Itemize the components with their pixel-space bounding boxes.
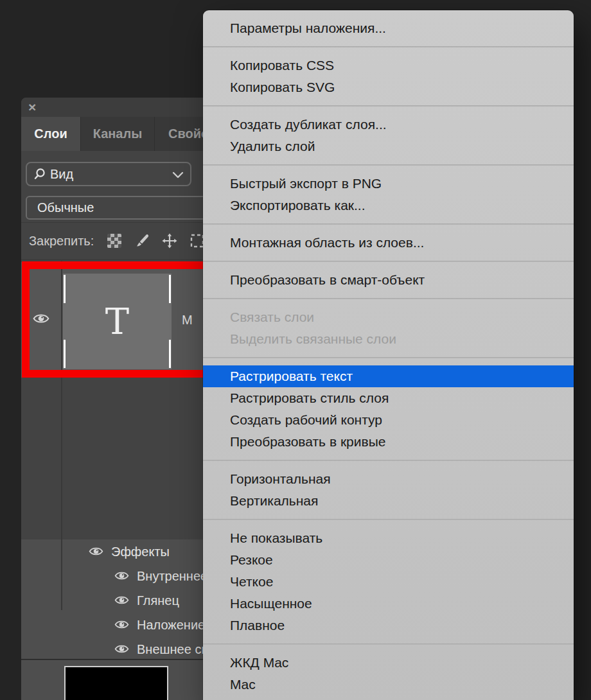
- eye-icon[interactable]: [114, 642, 129, 657]
- menu-group: Не показыватьРезкоеЧеткоеНасыщенноеПлавн…: [203, 520, 574, 643]
- menu-item[interactable]: ЖКД Mac: [203, 652, 574, 674]
- menu-item[interactable]: Копировать SVG: [203, 76, 574, 98]
- menu-item[interactable]: Растрировать текст: [203, 365, 574, 387]
- menu-item[interactable]: Преобразовать в кривые: [203, 431, 574, 453]
- menu-item[interactable]: Преобразовать в смарт-объект: [203, 269, 574, 291]
- background-layer-thumbnail[interactable]: [64, 666, 168, 700]
- eye-icon[interactable]: [114, 593, 129, 608]
- lock-transparency-icon[interactable]: [107, 233, 122, 249]
- eye-icon[interactable]: [33, 313, 49, 327]
- menu-group: Быстрый экспорт в PNGЭкспортировать как.…: [203, 166, 574, 223]
- effects-header[interactable]: Эффекты: [89, 541, 170, 563]
- effect-item-label: Наложение: [137, 618, 205, 633]
- close-icon[interactable]: ×: [28, 99, 36, 116]
- chevron-down-icon: [172, 167, 184, 182]
- menu-group: Преобразовать в смарт-объект: [203, 262, 574, 298]
- layer-context-menu: Параметры наложения...Копировать CSSКопи…: [203, 10, 574, 700]
- menu-item[interactable]: Резкое: [203, 549, 574, 571]
- menu-item[interactable]: Горизонтальная: [203, 468, 574, 490]
- effect-item[interactable]: Глянец: [114, 590, 179, 611]
- eye-icon[interactable]: [114, 618, 129, 633]
- search-icon: [33, 166, 46, 182]
- lock-row-label: Закрепить:: [29, 234, 94, 249]
- divider: [61, 261, 62, 610]
- menu-item: Связать слои: [203, 306, 574, 328]
- lock-move-icon[interactable]: [162, 233, 177, 249]
- menu-item[interactable]: Создать рабочий контур: [203, 409, 574, 431]
- menu-item[interactable]: Параметры наложения...: [203, 17, 574, 39]
- tab-layers[interactable]: Слои: [21, 117, 80, 151]
- menu-group: ЖКД MacMac: [203, 645, 574, 700]
- effect-item[interactable]: Наложение: [114, 614, 205, 636]
- type-layer-glyph: T: [63, 274, 172, 369]
- effects-header-label: Эффекты: [111, 545, 170, 559]
- menu-group: Создать дубликат слоя...Удалить слой: [203, 107, 574, 164]
- photoshop-workspace: × СлоиКаналыСвойства Вид: [0, 0, 591, 700]
- lock-paint-icon[interactable]: [134, 233, 150, 249]
- menu-item[interactable]: Вертикальная: [203, 490, 574, 512]
- menu-item[interactable]: Насыщенное: [203, 593, 574, 615]
- menu-group: Параметры наложения...: [203, 10, 574, 46]
- menu-item: Выделить связанные слои: [203, 328, 574, 350]
- layer-filter-combo[interactable]: Вид: [26, 162, 191, 186]
- menu-item[interactable]: Удалить слой: [203, 136, 574, 157]
- menu-item[interactable]: Четкое: [203, 571, 574, 593]
- effect-item-label: Глянец: [137, 593, 179, 608]
- menu-item[interactable]: Плавное: [203, 615, 574, 636]
- effect-item-label: Внутреннее: [137, 569, 207, 584]
- menu-group: ГоризонтальнаяВертикальная: [203, 461, 574, 519]
- menu-group: Растрировать текстРастрировать стиль сло…: [203, 358, 574, 460]
- menu-group: Монтажная область из слоев...: [203, 225, 574, 261]
- menu-item[interactable]: Растрировать стиль слоя: [203, 387, 574, 409]
- tab-channels[interactable]: Каналы: [80, 117, 154, 151]
- menu-item[interactable]: Копировать CSS: [203, 55, 574, 76]
- menu-item[interactable]: Mac: [203, 674, 574, 696]
- menu-group: Копировать CSSКопировать SVG: [203, 48, 574, 105]
- menu-item[interactable]: Создать дубликат слоя...: [203, 114, 574, 136]
- menu-item[interactable]: Не показывать: [203, 527, 574, 549]
- menu-item[interactable]: Монтажная область из слоев...: [203, 232, 574, 254]
- text-layer-thumbnail[interactable]: T: [63, 274, 172, 369]
- eye-icon[interactable]: [89, 545, 103, 559]
- blend-mode-value: Обычные: [37, 200, 94, 215]
- eye-icon[interactable]: [114, 569, 129, 584]
- filter-combo-label: Вид: [50, 167, 73, 182]
- effect-item[interactable]: Внутреннее: [114, 565, 207, 587]
- layer-name[interactable]: М: [182, 313, 193, 328]
- menu-item[interactable]: Экспортировать как...: [203, 195, 574, 216]
- menu-group: Связать слоиВыделить связанные слои: [203, 299, 574, 357]
- menu-item[interactable]: Быстрый экспорт в PNG: [203, 173, 574, 195]
